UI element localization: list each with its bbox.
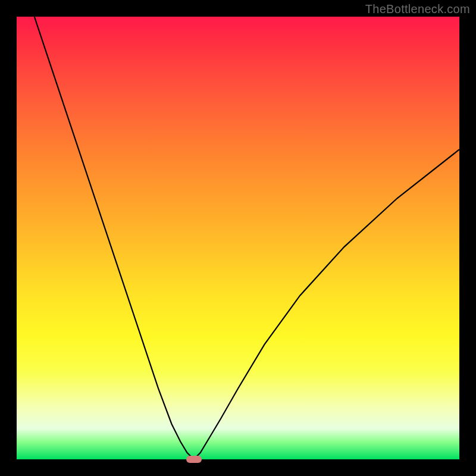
- minimum-marker: [186, 456, 202, 463]
- watermark-text: TheBottleneck.com: [365, 2, 470, 16]
- chart-plot-area: [17, 17, 459, 459]
